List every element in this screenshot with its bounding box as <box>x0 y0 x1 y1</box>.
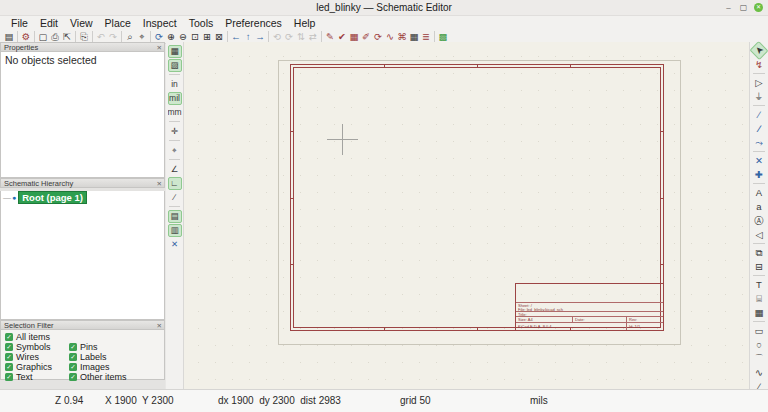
filter-pins[interactable]: ✓Pins <box>69 342 164 351</box>
find-icon[interactable]: ⌕ <box>124 30 136 43</box>
zoom-in-icon[interactable]: ⊕ <box>165 30 177 43</box>
add-table-icon[interactable]: ▦ <box>752 306 766 319</box>
add-sheet-icon[interactable]: ⧉ <box>752 246 766 259</box>
full-crosshair-icon[interactable]: ✛ <box>168 125 182 138</box>
filter-images-checkbox-icon[interactable]: ✓ <box>69 363 77 371</box>
next-sheet-icon[interactable]: → <box>254 30 266 43</box>
add-circle-icon[interactable]: ○ <box>752 338 766 351</box>
schematic-setup-icon[interactable]: ⚙ <box>20 30 32 43</box>
menu-preferences[interactable]: Preferences <box>219 17 288 29</box>
filter-symbols-checkbox-icon[interactable]: ✓ <box>5 343 13 351</box>
menu-inspect[interactable]: Inspect <box>137 17 183 29</box>
rotate-cw-icon[interactable]: ⟳ <box>283 30 295 43</box>
add-junction-icon[interactable]: ✚ <box>752 168 766 181</box>
show-grid-icon[interactable]: ▦ <box>168 45 182 58</box>
hierarchy-root-label[interactable]: Root (page 1) <box>18 191 87 204</box>
add-bus-entry-icon[interactable]: ⤳ <box>752 136 766 149</box>
refresh-view-icon[interactable]: ⟳ <box>153 30 165 43</box>
filter-graphics-checkbox-icon[interactable]: ✓ <box>5 363 13 371</box>
edit-text-graphics-icon[interactable]: ✐ <box>360 30 372 43</box>
hierarchy-item-root[interactable]: — ● Root (page 1) <box>3 191 164 204</box>
grid-overrides-icon[interactable]: ▨ <box>168 59 182 72</box>
add-bezier-icon[interactable]: ∿ <box>752 366 766 379</box>
hierarchy-close-icon[interactable]: ✕ <box>157 179 162 188</box>
filter-text-checkbox-icon[interactable]: ✓ <box>5 373 13 381</box>
filter-text[interactable]: ✓Text <box>5 372 69 381</box>
up-hierarchy-icon[interactable]: ↑ <box>242 30 254 43</box>
properties-panel-icon[interactable]: ▥ <box>168 224 182 237</box>
update-symbols-icon[interactable]: ⟳ <box>372 30 384 43</box>
filter-other-items[interactable]: ✓Other items <box>69 372 164 381</box>
filter-all-items[interactable]: ✓All items <box>5 332 164 341</box>
units-mils-icon[interactable]: mil <box>168 92 182 105</box>
mirror-v-icon[interactable]: ⇅ <box>295 30 307 43</box>
save-icon[interactable]: ▤ <box>3 30 15 43</box>
units-inches-icon[interactable]: in <box>168 78 182 91</box>
add-net-label-icon[interactable]: A <box>752 186 766 199</box>
menu-view[interactable]: View <box>64 17 99 29</box>
add-netclass-directive-icon[interactable]: a <box>752 200 766 213</box>
find-replace-icon[interactable]: ⌖ <box>136 30 148 43</box>
annotate-icon[interactable]: ✎ <box>324 30 336 43</box>
add-rectangle-icon[interactable]: ▭ <box>752 324 766 337</box>
maximize-button[interactable]: ▢ <box>739 3 748 12</box>
mirror-h-icon[interactable]: ⇄ <box>307 30 319 43</box>
redo-icon[interactable]: ↷ <box>107 30 119 43</box>
wire-free-angle-icon[interactable]: ∠ <box>168 163 182 176</box>
add-arc-icon[interactable]: ⌒ <box>752 352 766 365</box>
filter-wires-checkbox-icon[interactable]: ✓ <box>5 353 13 361</box>
filter-wires[interactable]: ✓Wires <box>5 352 69 361</box>
wire-45-icon[interactable]: ∕ <box>168 191 182 204</box>
add-bus-icon[interactable]: ∕ <box>752 122 766 135</box>
menu-edit[interactable]: Edit <box>34 17 64 29</box>
zoom-objects-icon[interactable]: ⊞ <box>201 30 213 43</box>
page-settings-icon[interactable]: ▢ <box>37 30 49 43</box>
add-text-icon[interactable]: T <box>752 278 766 291</box>
filter-images[interactable]: ✓Images <box>69 362 164 371</box>
prev-sheet-icon[interactable]: ← <box>230 30 242 43</box>
add-hierarchical-label-icon[interactable]: ◁ <box>752 228 766 241</box>
add-sheet-pin-icon[interactable]: ⊟ <box>752 260 766 273</box>
add-global-label-icon[interactable]: Ⓐ <box>752 214 766 227</box>
filter-other-items-checkbox-icon[interactable]: ✓ <box>69 373 77 381</box>
paste-icon[interactable]: ⎘ <box>78 30 90 43</box>
selection-filter-close-icon[interactable]: ✕ <box>157 321 162 330</box>
zoom-out-icon[interactable]: ⊖ <box>177 30 189 43</box>
symbol-fields-table-icon[interactable]: ▦ <box>348 30 360 43</box>
properties-close-icon[interactable]: ✕ <box>157 43 162 52</box>
open-pcb-editor-icon[interactable]: ▩ <box>437 30 449 43</box>
filter-all-items-checkbox-icon[interactable]: ✓ <box>5 333 13 341</box>
minimize-button[interactable]: – <box>724 3 733 12</box>
undo-icon[interactable]: ↶ <box>95 30 107 43</box>
units-mm-icon[interactable]: mm <box>168 106 182 119</box>
wire-hv-icon[interactable]: ∟ <box>168 177 182 190</box>
plot-icon[interactable]: ⇱ <box>61 30 73 43</box>
filter-labels-checkbox-icon[interactable]: ✓ <box>69 353 77 361</box>
add-textbox-icon[interactable]: ⌸ <box>752 292 766 305</box>
filter-labels[interactable]: ✓Labels <box>69 352 164 361</box>
add-no-connect-icon[interactable]: ✕ <box>752 154 766 167</box>
zoom-fit-icon[interactable]: ⊡ <box>189 30 201 43</box>
add-power-icon[interactable]: ⏚ <box>752 90 766 103</box>
erc-icon[interactable]: ✔ <box>336 30 348 43</box>
simulator-icon[interactable]: ∿ <box>384 30 396 43</box>
add-symbol-icon[interactable]: ▷ <box>752 76 766 89</box>
close-button[interactable]: ✕ <box>754 3 763 12</box>
menu-tools[interactable]: Tools <box>183 17 220 29</box>
bom-table-icon[interactable]: ▦ <box>408 30 420 43</box>
filter-graphics[interactable]: ✓Graphics <box>5 362 69 371</box>
filter-symbols[interactable]: ✓Symbols <box>5 342 69 351</box>
rotate-ccw-icon[interactable]: ⟲ <box>271 30 283 43</box>
menu-help[interactable]: Help <box>288 17 322 29</box>
filter-pins-checkbox-icon[interactable]: ✓ <box>69 343 77 351</box>
assign-footprints-icon[interactable]: ⌘ <box>396 30 408 43</box>
menu-place[interactable]: Place <box>99 17 137 29</box>
schematic-canvas[interactable]: Sheet: / File: led_blinky.kicad_sch Titl… <box>184 42 750 390</box>
net-navigator-icon[interactable]: ✕ <box>168 238 182 251</box>
print-icon[interactable]: ⎙ <box>49 30 61 43</box>
add-wire-icon[interactable]: ∕ <box>752 108 766 121</box>
hierarchy-navigator-icon[interactable]: ▤ <box>168 210 182 223</box>
zoom-selection-icon[interactable]: ⊠ <box>213 30 225 43</box>
menu-file[interactable]: File <box>5 17 34 29</box>
hidden-pins-icon[interactable]: ⌖ <box>168 144 182 157</box>
